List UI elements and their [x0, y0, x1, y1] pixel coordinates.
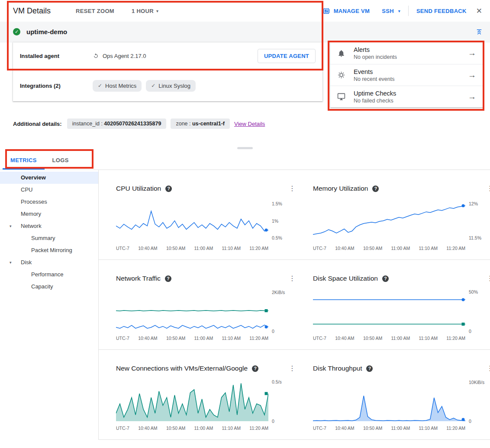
main-area: Overview CPU Processes Memory ▾Network S… — [0, 170, 490, 440]
metrics-sidebar: Overview CPU Processes Memory ▾Network S… — [0, 170, 99, 440]
x-axis-labels: UTC-710:40 AM10:50 AM11:00 AM11:10 AM11:… — [313, 336, 465, 341]
integration-chip-label: Linux Syslog — [158, 83, 190, 89]
chart-plot — [116, 290, 268, 331]
additional-details-row: Additional details: instance_id : 402050… — [0, 118, 490, 129]
reset-zoom-button[interactable]: RESET ZOOM — [76, 8, 114, 14]
integration-chip-linux-syslog: ✓ Linux Syslog — [146, 80, 196, 92]
kebab-menu-icon[interactable]: ⋮ — [289, 275, 296, 282]
integrations-label: Integrations (2) — [20, 83, 93, 89]
zone-chip: zone : us-central1-f — [171, 118, 230, 129]
arrow-right-icon[interactable]: → — [468, 70, 476, 80]
alerts-title: Alerts — [354, 46, 397, 53]
ssh-button[interactable]: SSH — [382, 8, 394, 14]
chart-network-traffic: Network Traffic ? ⋮ 2KiB/s0 UTC-710:40 A… — [99, 275, 306, 341]
chart-disk-space-utilization: Disk Space Utilization ? ⋮ 50%0 UTC-710:… — [306, 275, 490, 341]
top-bar: VM Details RESET ZOOM 1 HOUR ▾ MANAGE VM… — [0, 0, 490, 22]
help-icon[interactable]: ? — [382, 275, 389, 282]
chevron-down-icon: ▾ — [156, 9, 158, 13]
vm-status-row: ✓ uptime-demo — [0, 22, 490, 42]
sidebar-item-capacity[interactable]: Capacity — [0, 281, 98, 293]
alerts-subtitle: No open incidents — [354, 54, 397, 60]
events-texts: Events No recent events — [354, 68, 395, 82]
top-bar-actions: MANAGE VM SSH ▾ SEND FEEDBACK ✕ — [323, 6, 482, 16]
help-icon[interactable]: ? — [366, 365, 373, 372]
collapse-panel-icon[interactable] — [475, 28, 483, 36]
integration-chip-host-metrics: ✓ Host Metrics — [93, 80, 142, 92]
kebab-menu-icon[interactable]: ⋮ — [289, 185, 296, 192]
send-feedback-button[interactable]: SEND FEEDBACK — [416, 8, 467, 14]
time-range-dropdown[interactable]: 1 HOUR ▾ — [132, 8, 158, 14]
arrow-right-icon[interactable]: → — [468, 48, 476, 58]
chart-title: CPU Utilization — [116, 185, 161, 192]
sidebar-item-overview[interactable]: Overview — [0, 172, 98, 184]
send-feedback-label: SEND FEEDBACK — [416, 8, 467, 14]
sidebar-item-disk[interactable]: ▾Disk — [0, 256, 98, 269]
sidebar-item-packet-mirroring[interactable]: Packet Mirroring — [0, 244, 98, 256]
chart-plot — [313, 200, 465, 241]
y-axis-labels: 1.5%1%0.5% — [272, 200, 296, 241]
kebab-menu-icon[interactable]: ⋮ — [487, 365, 490, 372]
x-axis-labels: UTC-710:40 AM10:50 AM11:00 AM11:10 AM11:… — [313, 426, 465, 431]
kebab-menu-icon[interactable]: ⋮ — [487, 275, 490, 282]
divider — [408, 6, 409, 16]
help-icon[interactable]: ? — [372, 186, 379, 192]
resize-drag-handle[interactable] — [237, 147, 253, 149]
chip-sep: : — [188, 121, 192, 127]
cards-row: Installed agent Ops Agent 2.17.0 UPDATE … — [0, 42, 490, 107]
sidebar-item-label: Network — [21, 223, 42, 229]
kebab-menu-icon[interactable]: ⋮ — [289, 365, 296, 372]
help-icon[interactable]: ? — [165, 275, 171, 282]
alerts-item[interactable]: Alerts No open incidents → — [330, 42, 483, 64]
manage-vm-label: MANAGE VM — [334, 8, 370, 14]
agent-card: Installed agent Ops Agent 2.17.0 UPDATE … — [13, 42, 322, 101]
view-details-link[interactable]: View Details — [234, 121, 265, 127]
tabs-bar: METRICS LOGS — [0, 152, 490, 170]
chart-title: Network Traffic — [116, 275, 161, 282]
chart-plot — [116, 200, 268, 241]
help-icon[interactable]: ? — [165, 186, 172, 192]
alerts-texts: Alerts No open incidents — [354, 46, 397, 60]
uptime-checks-title: Uptime Checks — [354, 90, 396, 97]
y-axis-labels: 0.5/s0 — [272, 380, 296, 421]
y-axis-labels: 10KiB/s0 — [469, 380, 490, 421]
help-icon[interactable]: ? — [252, 365, 258, 372]
x-axis-labels: UTC-710:40 AM10:50 AM11:00 AM11:10 AM11:… — [313, 246, 465, 251]
chart-row-2: Network Traffic ? ⋮ 2KiB/s0 UTC-710:40 A… — [99, 260, 490, 350]
installed-agent-row: Installed agent Ops Agent 2.17.0 UPDATE … — [13, 42, 322, 70]
check-icon: ✓ — [151, 83, 155, 89]
expand-triangle-icon[interactable]: ▾ — [10, 220, 12, 232]
chip-value: us-central1-f — [192, 121, 225, 127]
y-axis-labels: 50%0 — [469, 290, 490, 331]
tab-logs[interactable]: LOGS — [45, 152, 77, 170]
x-axis-labels: UTC-710:40 AM10:50 AM11:00 AM11:10 AM11:… — [116, 426, 268, 431]
sidebar-item-performance[interactable]: Performance — [0, 269, 98, 281]
sidebar-item-cpu[interactable]: CPU — [0, 184, 98, 196]
manage-vm-button[interactable]: MANAGE VM — [323, 7, 370, 15]
sidebar-item-memory[interactable]: Memory — [0, 208, 98, 220]
tab-metrics[interactable]: METRICS — [3, 152, 45, 170]
agent-version: Ops Agent 2.17.0 — [103, 53, 146, 59]
chart-disk-throughput: Disk Throughput ? ⋮ 10KiB/s0 UTC-710:40 … — [306, 365, 490, 431]
sidebar-item-network[interactable]: ▾Network — [0, 220, 98, 232]
uptime-checks-item[interactable]: Uptime Checks No failed checks → — [330, 86, 483, 107]
expand-triangle-icon[interactable]: ▾ — [10, 256, 12, 269]
additional-details-label: Additional details: — [13, 121, 62, 127]
chart-row-1: CPU Utilization ? ⋮ 1.5%1%0.5% UTC-710:4… — [99, 170, 490, 260]
update-agent-button[interactable]: UPDATE AGENT — [258, 49, 316, 63]
chip-key: instance_id — [72, 121, 100, 127]
developer-board-icon — [323, 7, 330, 15]
ssh-dropdown-caret-icon[interactable]: ▾ — [398, 9, 400, 13]
sidebar-item-processes[interactable]: Processes — [0, 196, 98, 208]
close-icon[interactable]: ✕ — [476, 6, 482, 16]
gear-icon — [337, 71, 347, 79]
chart-title: Disk Throughput — [313, 365, 362, 372]
chart-cpu-utilization: CPU Utilization ? ⋮ 1.5%1%0.5% UTC-710:4… — [99, 185, 306, 251]
events-item[interactable]: Events No recent events → — [330, 64, 483, 86]
arrow-right-icon[interactable]: → — [468, 92, 476, 102]
x-axis-labels: UTC-710:40 AM10:50 AM11:00 AM11:10 AM11:… — [116, 246, 268, 251]
sidebar-item-summary[interactable]: Summary — [0, 232, 98, 244]
chart-row-3: New Connections with VMs/External/Google… — [99, 350, 490, 440]
integration-chip-label: Host Metrics — [105, 83, 136, 89]
y-axis-labels: 12%11.5% — [469, 200, 490, 241]
kebab-menu-icon[interactable]: ⋮ — [487, 185, 490, 192]
